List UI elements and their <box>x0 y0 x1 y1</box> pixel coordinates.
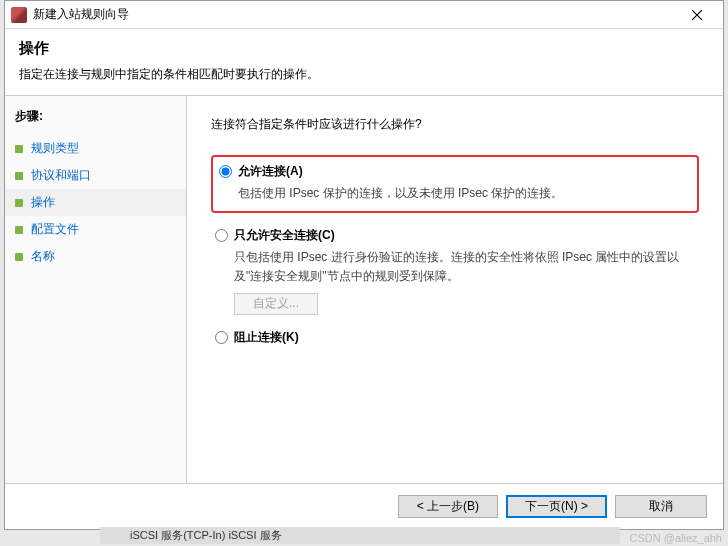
steps-heading: 步骤: <box>5 104 186 135</box>
close-button[interactable] <box>677 2 717 28</box>
action-question: 连接符合指定条件时应该进行什么操作? <box>211 116 699 133</box>
titlebar: 新建入站规则向导 <box>5 1 723 29</box>
step-bullet-icon <box>15 172 23 180</box>
radio-secure[interactable] <box>215 229 228 242</box>
steps-sidebar: 步骤: 规则类型 协议和端口 操作 配置文件 名称 <box>5 96 187 483</box>
step-bullet-icon <box>15 145 23 153</box>
step-bullet-icon <box>15 253 23 261</box>
option-secure-row[interactable]: 只允许安全连接(C) <box>215 227 699 244</box>
annotation-highlight: 允许连接(A) 包括使用 IPsec 保护的连接，以及未使用 IPsec 保护的… <box>211 155 699 213</box>
window-title: 新建入站规则向导 <box>33 6 677 23</box>
step-action[interactable]: 操作 <box>5 189 186 216</box>
next-button[interactable]: 下一页(N) > <box>506 495 607 518</box>
wizard-window: 新建入站规则向导 操作 指定在连接与规则中指定的条件相匹配时要执行的操作。 步骤… <box>4 0 724 530</box>
close-icon <box>692 10 702 20</box>
option-block-label: 阻止连接(K) <box>234 329 299 346</box>
wizard-footer: < 上一步(B) 下一页(N) > 取消 <box>5 483 723 529</box>
option-allow-label: 允许连接(A) <box>238 163 303 180</box>
wizard-body: 步骤: 规则类型 协议和端口 操作 配置文件 名称 连接 <box>5 96 723 483</box>
header: 操作 指定在连接与规则中指定的条件相匹配时要执行的操作。 <box>5 29 723 96</box>
option-secure-group: 只允许安全连接(C) 只包括使用 IPsec 进行身份验证的连接。连接的安全性将… <box>211 227 699 314</box>
customize-button: 自定义... <box>234 293 318 315</box>
page-description: 指定在连接与规则中指定的条件相匹配时要执行的操作。 <box>19 66 709 83</box>
step-bullet-icon <box>15 226 23 234</box>
firewall-icon <box>11 7 27 23</box>
option-secure-desc: 只包括使用 IPsec 进行身份验证的连接。连接的安全性将依照 IPsec 属性… <box>234 248 699 286</box>
step-protocol-port[interactable]: 协议和端口 <box>5 162 186 189</box>
step-bullet-icon <box>15 199 23 207</box>
page-title: 操作 <box>19 39 709 58</box>
step-label: 规则类型 <box>31 140 79 157</box>
watermark: CSDN @aliez_ahh <box>630 532 723 544</box>
step-name[interactable]: 名称 <box>5 243 186 270</box>
step-label: 协议和端口 <box>31 167 91 184</box>
cancel-button[interactable]: 取消 <box>615 495 707 518</box>
option-allow-desc: 包括使用 IPsec 保护的连接，以及未使用 IPsec 保护的连接。 <box>238 184 691 203</box>
option-block-row[interactable]: 阻止连接(K) <box>215 329 699 346</box>
back-button[interactable]: < 上一步(B) <box>398 495 498 518</box>
step-label: 操作 <box>31 194 55 211</box>
main-content: 连接符合指定条件时应该进行什么操作? 允许连接(A) 包括使用 IPsec 保护… <box>187 96 723 483</box>
radio-allow[interactable] <box>219 165 232 178</box>
option-secure-label: 只允许安全连接(C) <box>234 227 335 244</box>
background-window-strip: iSCSI 服务(TCP-In) iSCSI 服务 <box>100 527 620 544</box>
option-block-group: 阻止连接(K) <box>211 329 699 346</box>
radio-block[interactable] <box>215 331 228 344</box>
step-label: 名称 <box>31 248 55 265</box>
step-profile[interactable]: 配置文件 <box>5 216 186 243</box>
step-label: 配置文件 <box>31 221 79 238</box>
option-allow-row[interactable]: 允许连接(A) <box>219 163 691 180</box>
step-rule-type[interactable]: 规则类型 <box>5 135 186 162</box>
